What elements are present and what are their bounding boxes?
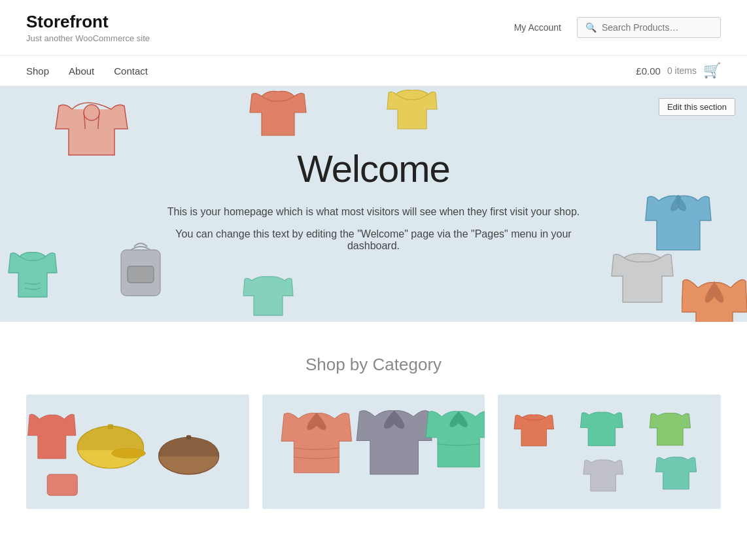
cart-items-count: 0 items [667,65,697,76]
category-grid [26,394,721,509]
svg-rect-7 [107,425,113,429]
category-card-2[interactable] [262,394,485,509]
clothing-illustration-3 [386,86,438,132]
category-card-1[interactable] [26,394,249,509]
svg-rect-11 [47,474,77,495]
site-title: Storefront [26,12,150,32]
hero-text-1: This is your homepage which is what most… [151,206,596,218]
category-illustration-2 [262,394,485,509]
site-subtitle: Just another WooCommerce site [26,33,150,43]
clothing-illustration-2 [249,86,307,139]
site-header: Storefront Just another WooCommerce site… [0,0,747,56]
category-illustration-3 [498,394,721,509]
shop-by-category-section: Shop by Category [0,322,747,522]
svg-point-0 [84,105,99,120]
logo-area: Storefront Just another WooCommerce site [26,12,150,43]
header-right: My Account 🔍 [514,17,721,38]
hero-title: Welcome [151,147,596,190]
svg-rect-10 [186,435,191,439]
nav-link-contact[interactable]: Contact [114,65,148,77]
cart-area: £0.00 0 items 🛒 [636,62,721,79]
category-illustration-1 [26,394,249,509]
cart-icon[interactable]: 🛒 [703,62,721,79]
clothing-illustration-4 [642,184,714,256]
svg-point-2 [677,201,680,205]
nav-links: Shop About Contact [26,65,148,77]
hero-section: Edit this section [0,86,747,322]
search-icon: 🔍 [585,22,597,33]
hero-content: Welcome This is your homepage which is w… [151,147,596,262]
my-account-link[interactable]: My Account [514,22,561,33]
clothing-illustration-8 [682,270,747,322]
clothing-illustration-5 [7,243,59,302]
edit-section-button[interactable]: Edit this section [659,98,735,116]
hero-text-2: You can change this text by editing the … [151,228,596,252]
section-title: Shop by Category [26,355,721,375]
search-box: 🔍 [577,17,721,38]
main-nav: Shop About Contact £0.00 0 items 🛒 [0,56,747,86]
clothing-illustration-1 [52,90,131,168]
category-card-3[interactable] [498,394,721,509]
clothing-illustration-9 [242,273,294,319]
nav-link-about[interactable]: About [69,65,94,77]
nav-link-shop[interactable]: Shop [26,65,49,77]
svg-point-8 [112,448,146,458]
clothing-illustration-7 [610,243,675,309]
svg-rect-4 [128,266,154,283]
svg-point-1 [676,196,680,200]
search-input[interactable] [602,22,712,33]
cart-price: £0.00 [636,65,661,77]
